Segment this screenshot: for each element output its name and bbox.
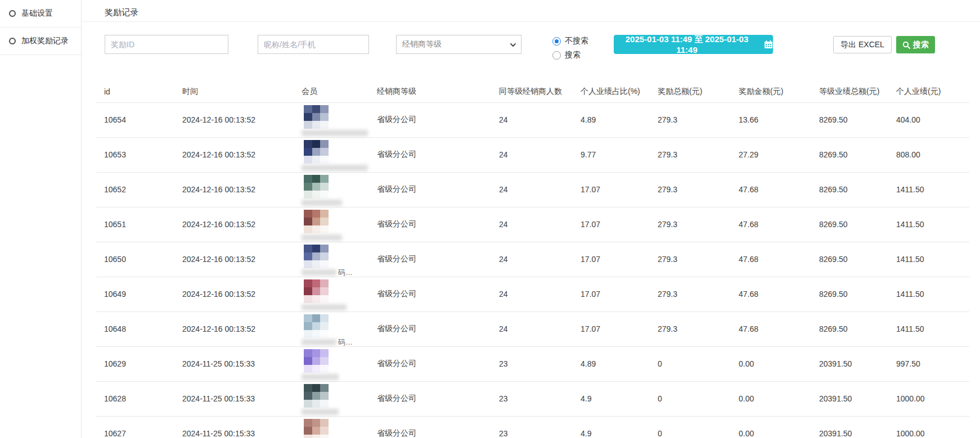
cell-reward-total: 0	[658, 416, 739, 438]
dealer-level-select[interactable]: 经销商等级	[396, 35, 522, 54]
radio-unselected-icon[interactable]	[552, 51, 561, 60]
sidebar-item-basic-settings[interactable]: 基础设置	[0, 0, 81, 28]
cell-time: 2024-12-16 00:13:52	[182, 242, 302, 277]
cell-personal-performance: 1411.50	[896, 242, 969, 277]
member-name: 码…	[302, 269, 377, 277]
cell-personal-ratio: 4.9	[581, 416, 658, 438]
cell-personal-performance: 997.50	[896, 346, 969, 381]
cell-personal-performance: 1411.50	[896, 207, 969, 242]
cell-id: 10652	[96, 172, 182, 207]
cell-personal-ratio: 4.9	[581, 381, 658, 416]
cell-personal-ratio: 17.07	[581, 311, 658, 346]
cell-reward-amount: 47.68	[739, 207, 819, 242]
member-avatar	[304, 140, 329, 164]
cell-dealer-level: 省级分公司	[377, 172, 499, 207]
cell-reward-amount: 47.68	[739, 277, 819, 311]
cell-level-total: 20391.50	[819, 416, 896, 438]
member-name-blur	[302, 234, 342, 241]
cell-time: 2024-12-16 00:13:52	[182, 172, 302, 207]
table-row[interactable]: 10649 2024-12-16 00:13:52 省级分公司 24 17.07…	[96, 277, 969, 311]
date-range-text: 2025-01-03 11:49 至 2025-01-03 11:49	[614, 34, 760, 55]
table-row[interactable]: 10627 2024-11-25 00:15:33 省级分公司 23 4.9 0…	[96, 416, 969, 438]
member-name-blur	[302, 339, 336, 345]
member-name-blur	[302, 374, 339, 380]
cell-dealer-level: 省级分公司	[377, 346, 499, 381]
member-name	[302, 199, 377, 207]
column-header: 经销商等级	[377, 82, 499, 102]
member-info: 码…	[302, 242, 377, 277]
cell-id: 10653	[96, 137, 182, 172]
cell-dealer-level: 省级分公司	[377, 381, 499, 416]
cell-reward-total: 279.3	[658, 311, 739, 346]
cell-personal-ratio: 4.89	[581, 102, 658, 137]
nickname-input[interactable]	[258, 35, 369, 54]
search-icon	[902, 41, 910, 49]
cell-level-total: 20391.50	[819, 381, 896, 416]
reward-id-input[interactable]	[105, 35, 228, 54]
member-name-blur	[302, 165, 368, 171]
date-range-picker-button[interactable]: 2025-01-03 11:49 至 2025-01-03 11:49	[614, 35, 773, 54]
cell-id: 10651	[96, 207, 182, 242]
radio-no-search[interactable]: 不搜索	[552, 35, 588, 47]
sidebar-item-weighted-reward-records[interactable]: 加权奖励记录	[0, 28, 81, 55]
cell-peer-count: 23	[499, 381, 581, 416]
member-info	[302, 138, 377, 172]
search-button[interactable]: 搜索	[896, 36, 935, 53]
export-excel-button[interactable]: 导出 EXCEL	[833, 36, 892, 53]
member-name-blur	[302, 409, 339, 415]
member-name-blur	[302, 304, 347, 310]
dealer-level-select-value: 经销商等级	[402, 39, 442, 49]
cell-level-total: 8269.50	[819, 172, 896, 207]
cell-peer-count: 23	[499, 416, 581, 438]
search-button-label: 搜索	[913, 40, 929, 50]
cell-personal-ratio: 17.07	[581, 242, 658, 277]
sidebar: 基础设置 加权奖励记录	[0, 0, 82, 438]
cell-reward-amount: 0.00	[739, 416, 819, 438]
radio-selected-icon[interactable]	[552, 37, 561, 46]
cell-reward-total: 279.3	[658, 242, 739, 277]
cell-reward-amount: 47.68	[739, 242, 819, 277]
cell-level-total: 8269.50	[819, 102, 896, 137]
cell-member	[302, 416, 377, 438]
table-row[interactable]: 10651 2024-12-16 00:13:52 省级分公司 24 17.07…	[96, 207, 969, 242]
member-info	[302, 347, 377, 381]
member-avatar	[304, 245, 329, 268]
cell-level-total: 8269.50	[819, 242, 896, 277]
table-row[interactable]: 10650 2024-12-16 00:13:52 码… 省级分公司 24 17…	[96, 242, 969, 277]
table-header-row: id时间会员经销商等级同等级经销商人数个人业绩占比(%)奖励总额(元)奖励金额(…	[96, 82, 969, 102]
cell-reward-total: 279.3	[658, 102, 739, 137]
cell-member	[302, 172, 377, 207]
cell-peer-count: 24	[499, 137, 581, 172]
table-row[interactable]: 10653 2024-12-16 00:13:52 省级分公司 24 9.77 …	[96, 137, 969, 172]
cell-peer-count: 24	[499, 102, 581, 137]
cell-reward-amount: 13.66	[739, 102, 819, 137]
radio-search[interactable]: 搜索	[552, 49, 588, 61]
cell-personal-performance: 1000.00	[896, 381, 969, 416]
cell-dealer-level: 省级分公司	[377, 207, 499, 242]
column-header: 同等级经销商人数	[499, 82, 581, 102]
table-row[interactable]: 10652 2024-12-16 00:13:52 省级分公司 24 17.07…	[96, 172, 969, 207]
cell-member	[302, 381, 377, 416]
cell-id: 10629	[96, 346, 182, 381]
radio-no-search-label: 不搜索	[565, 36, 588, 46]
member-name-blur	[302, 130, 368, 136]
records-table-wrap: id时间会员经销商等级同等级经销商人数个人业绩占比(%)奖励总额(元)奖励金额(…	[96, 82, 966, 438]
date-search-radio-group: 不搜索 搜索	[552, 35, 588, 64]
table-row[interactable]: 10629 2024-11-25 00:15:33 省级分公司 23 4.89 …	[96, 346, 969, 381]
table-row[interactable]: 10654 2024-12-16 00:13:52 省级分公司 24 4.89 …	[96, 102, 969, 137]
cell-personal-performance: 1411.50	[896, 311, 969, 346]
table-row[interactable]: 10628 2024-11-25 00:15:33 省级分公司 23 4.9 0…	[96, 381, 969, 416]
cell-reward-total: 279.3	[658, 277, 739, 311]
member-name	[302, 408, 377, 416]
member-name	[302, 164, 377, 172]
cell-id: 10648	[96, 311, 182, 346]
cell-personal-ratio: 9.77	[581, 137, 658, 172]
cell-time: 2024-12-16 00:13:52	[182, 102, 302, 137]
member-avatar	[304, 349, 329, 373]
cell-level-total: 8269.50	[819, 137, 896, 172]
member-info	[302, 207, 377, 242]
cell-personal-ratio: 17.07	[581, 277, 658, 311]
cell-member: 码…	[302, 242, 377, 277]
cell-id: 10627	[96, 416, 182, 438]
table-row[interactable]: 10648 2024-12-16 00:13:52 码… 省级分公司 24 17…	[96, 311, 969, 346]
